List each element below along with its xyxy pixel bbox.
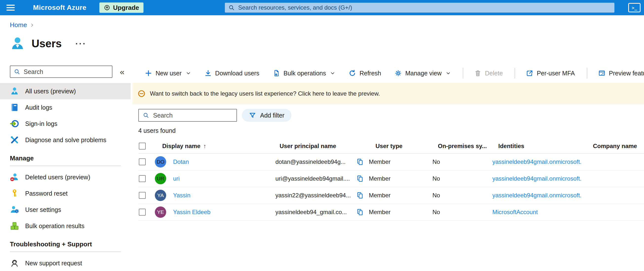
page-header: Users: [10, 36, 86, 51]
chevron-down-icon: [186, 70, 191, 76]
avatar: UR: [155, 173, 166, 184]
more-menu-icon[interactable]: [74, 42, 86, 46]
table-row[interactable]: UR uri uri@yassineldeeb94gmail.... Membe…: [138, 171, 644, 187]
upgrade-label: Upgrade: [113, 4, 139, 11]
copy-icon[interactable]: [356, 158, 364, 166]
gear-icon: [394, 69, 402, 77]
identities-link[interactable]: MicrosoftAccount: [492, 209, 538, 215]
sidebar-item-all-users[interactable]: All users (preview): [0, 83, 131, 99]
sidebar-item-new-support-request[interactable]: New support request: [0, 255, 131, 271]
row-checkbox[interactable]: [139, 192, 146, 199]
sidebar-search-input[interactable]: [23, 68, 108, 76]
column-header-identities[interactable]: Identities: [492, 143, 592, 150]
trash-icon: [474, 69, 482, 77]
identities-link[interactable]: yassineldeeb94gmail.onmicrosoft.: [492, 192, 582, 199]
banner-message[interactable]: Want to switch back to the legacy users …: [150, 90, 380, 97]
per-user-mfa-button[interactable]: Per-user MFA: [526, 69, 575, 77]
sidebar-item-bulk-results[interactable]: Bulk operation results: [0, 218, 131, 234]
table-row[interactable]: DO Dotan dotan@yassineldeeb94g... Member…: [138, 154, 644, 171]
user-name-link[interactable]: Yassin Eldeeb: [173, 209, 210, 216]
command-bar: New user Download users Bulk operations: [132, 64, 644, 82]
column-header-user-type[interactable]: User type: [369, 143, 430, 150]
user-type: Member: [369, 175, 430, 182]
user-principal-name: dotan@yassineldeeb94g...: [276, 158, 354, 165]
row-checkbox[interactable]: [139, 158, 146, 165]
global-search-input[interactable]: [238, 4, 611, 11]
brand-title[interactable]: Microsoft Azure: [33, 4, 86, 11]
sidebar-item-user-settings[interactable]: User settings: [0, 202, 131, 218]
avatar: YE: [155, 207, 166, 218]
user-principal-name: yassineldeeb94_gmail.co...: [276, 209, 354, 216]
collapse-sidebar-icon[interactable]: «: [120, 67, 124, 76]
row-checkbox[interactable]: [139, 175, 146, 182]
sidebar-item-label: Audit logs: [25, 104, 52, 111]
person-icon: [10, 86, 19, 96]
column-header-display-name[interactable]: Display name ↑: [152, 143, 274, 150]
sidebar-item-sign-in-logs[interactable]: Sign-in logs: [0, 116, 131, 132]
sidebar-item-label: Deleted users (preview): [25, 174, 90, 181]
download-users-button[interactable]: Download users: [204, 69, 260, 77]
table-body: DO Dotan dotan@yassineldeeb94g... Member…: [138, 154, 644, 221]
sidebar-item-deleted-users[interactable]: Deleted users (preview): [0, 169, 131, 185]
bulk-operations-button[interactable]: Bulk operations: [273, 69, 335, 77]
chevron-down-icon: [330, 70, 335, 76]
preview-features-button[interactable]: Preview features: [598, 69, 644, 77]
upgrade-button[interactable]: Upgrade: [99, 2, 144, 13]
table-row[interactable]: YA Yassin yassin22@yassineldeeb94... Mem…: [138, 187, 644, 204]
toolbar-divider: [587, 68, 587, 79]
table-header-row: Display name ↑ User principal name User …: [138, 139, 644, 154]
identities-link[interactable]: yassineldeeb94gmail.onmicrosoft.: [492, 175, 582, 182]
sidebar-item-audit-logs[interactable]: Audit logs: [0, 99, 131, 116]
column-header-company-name[interactable]: Company name: [592, 143, 644, 150]
user-type: Member: [369, 192, 430, 199]
users-search[interactable]: [138, 109, 237, 122]
delete-button[interactable]: Delete: [474, 69, 503, 77]
copy-icon[interactable]: [356, 192, 364, 199]
identities-link[interactable]: yassineldeeb94gmail.onmicrosoft.: [492, 158, 582, 165]
avatar: YA: [155, 190, 166, 201]
copy-icon[interactable]: [356, 208, 364, 216]
column-header-upn[interactable]: User principal name: [274, 143, 369, 150]
cubes-icon: [10, 221, 19, 231]
deleted-person-icon: [10, 172, 19, 182]
top-bar: Microsoft Azure Upgrade >_: [0, 0, 644, 15]
sidebar: « All users (preview) Audit logs Sign-in…: [0, 62, 131, 271]
breadcrumb: Home: [10, 21, 34, 29]
new-user-button[interactable]: New user: [145, 69, 191, 77]
manage-view-button[interactable]: Manage view: [394, 69, 451, 77]
plus-icon: [145, 69, 152, 77]
sidebar-section-manage: Manage: [10, 154, 121, 166]
breadcrumb-home-link[interactable]: Home: [10, 21, 27, 29]
sign-in-icon: [10, 119, 19, 128]
sidebar-nav: All users (preview) Audit logs Sign-in l…: [0, 83, 131, 271]
row-checkbox[interactable]: [139, 209, 146, 216]
copy-icon[interactable]: [356, 175, 364, 182]
sidebar-search[interactable]: [10, 65, 112, 78]
users-icon: [10, 36, 25, 51]
cloud-shell-icon[interactable]: >_: [628, 3, 640, 12]
sidebar-item-label: New support request: [25, 260, 82, 267]
user-name-link[interactable]: Yassin: [173, 192, 190, 199]
user-principal-name: uri@yassineldeeb94gmail....: [276, 175, 354, 182]
user-name-link[interactable]: uri: [173, 175, 180, 182]
filter-row: Add filter: [138, 109, 644, 122]
support-headset-icon: [10, 259, 19, 268]
audit-log-icon: [10, 103, 19, 112]
table-row[interactable]: YE Yassin Eldeeb yassineldeeb94_gmail.co…: [138, 204, 644, 221]
refresh-button[interactable]: Refresh: [349, 69, 381, 77]
add-filter-button[interactable]: Add filter: [242, 109, 292, 122]
users-search-input[interactable]: [152, 112, 232, 119]
download-icon: [204, 69, 212, 77]
refresh-icon: [349, 69, 356, 77]
sidebar-item-diagnose[interactable]: Diagnose and solve problems: [0, 132, 131, 148]
preview-window-icon: [598, 69, 606, 77]
sidebar-item-label: All users (preview): [25, 88, 76, 95]
azure-portal-users-page: Microsoft Azure Upgrade >_ Home: [0, 0, 644, 271]
user-name-link[interactable]: Dotan: [173, 158, 189, 165]
column-header-on-premises[interactable]: On-premises sy...: [430, 143, 492, 150]
sidebar-item-password-reset[interactable]: Password reset: [0, 185, 131, 202]
global-search[interactable]: [225, 3, 614, 12]
toolbar-divider: [463, 68, 463, 79]
hamburger-menu-icon[interactable]: [6, 3, 15, 12]
select-all-checkbox[interactable]: [139, 143, 146, 150]
